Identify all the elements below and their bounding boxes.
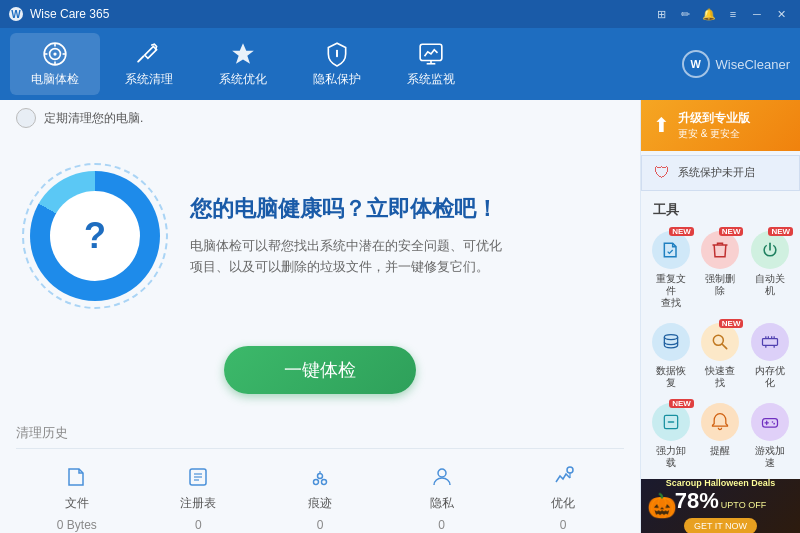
svg-point-41 [773,423,775,425]
new-badge-recover: NEW [669,227,694,236]
clean-icon [136,41,162,67]
optimize-icon [230,41,256,67]
monitor-btn[interactable]: ⊞ [650,4,672,24]
ad-content: Scaroup Halloween Deals 78% UPTO OFF GET… [666,479,776,533]
tool-icon-wrap-recovery [652,323,690,361]
history-label-registry: 注册表 [180,495,216,512]
delete-icon [701,231,739,269]
question-mark: ? [84,215,106,257]
reminder-icon [701,403,739,441]
history-items: 文件 0 Bytes 注册表 0 [16,457,624,533]
history-item-registry: 注册表 0 [138,457,260,533]
protection-text: 系统保护未开启 [678,165,755,180]
registry-icon [186,465,210,489]
schedule-label: 定期清理您的电脑. [44,110,143,127]
tool-label-recovery: 数据恢复 [651,365,691,389]
svg-point-19 [317,474,322,479]
nav-label-clean: 系统清理 [125,71,173,88]
svg-point-4 [53,52,56,55]
history-label-privacy: 隐私 [430,495,454,512]
shutdown-icon [751,231,789,269]
history-item-optimize: 优化 0 [502,457,624,533]
history-item-privacy: 隐私 0 [381,457,503,533]
tool-force-delete[interactable]: NEW 强制删除 [699,227,743,313]
ad-banner[interactable]: 🎃 Scaroup Halloween Deals 78% UPTO OFF G… [641,479,800,533]
svg-point-26 [714,335,724,345]
history-value-registry: 0 [195,518,202,532]
check-icon [42,41,68,67]
svg-point-18 [313,480,318,485]
tool-game-boost[interactable]: 游戏加速 [748,399,792,473]
history-item-traces: 痕迹 0 [259,457,381,533]
history-label-files: 文件 [65,495,89,512]
svg-point-10 [336,49,338,51]
tool-memory-opt[interactable]: 内存优化 [748,319,792,393]
new-badge-search: NEW [719,319,744,328]
svg-rect-11 [420,44,442,60]
ad-off-label: UPTO OFF [721,500,766,510]
scan-button[interactable]: 一键体检 [224,346,416,394]
tools-grid: NEW 重复文件查找 NEW 强制删除 [649,227,792,473]
brand-icon: W [682,50,710,78]
uninstall-icon [652,403,690,441]
tool-icon-wrap-reminder [701,403,739,441]
history-item-files: 文件 0 Bytes [16,457,138,533]
tool-icon-wrap-game [751,403,789,441]
tool-label-game: 游戏加速 [750,445,790,469]
nav-label-check: 电脑体检 [31,71,79,88]
edit-btn[interactable]: ✏ [674,4,696,24]
tool-icon-wrap-delete: NEW [701,231,739,269]
svg-rect-28 [763,338,778,345]
nav-item-clean[interactable]: 系统清理 [104,33,194,95]
hero-description: 电脑体检可以帮您找出系统中潜在的安全问题、可优化项目、以及可以删除的垃圾文件，并… [190,236,510,278]
history-section: 清理历史 文件 0 Bytes [0,414,640,533]
nav-item-monitor[interactable]: 系统监视 [386,33,476,95]
search-icon [701,323,739,361]
monitor-icon [418,41,444,67]
nav-label-monitor: 系统监视 [407,71,455,88]
tool-recover-file[interactable]: NEW 重复文件查找 [649,227,693,313]
protection-banner[interactable]: 🛡 系统保护未开启 [641,155,800,191]
main-layout: 定期清理您的电脑. ? 您的电脑健康吗？立即体检吧！ 电脑体检可以帮您找出系统中… [0,100,800,533]
brand-name: WiseCleaner [716,57,790,72]
schedule-checkbox[interactable] [16,108,36,128]
minimize-btn[interactable]: ─ [746,4,768,24]
tool-icon-wrap-uninstall: NEW [652,403,690,441]
tool-auto-shutdown[interactable]: NEW 自动关机 [748,227,792,313]
history-value-files: 0 Bytes [57,518,97,532]
tools-header: 工具 [649,201,792,219]
tool-force-uninstall[interactable]: NEW 强力卸载 [649,399,693,473]
tool-quick-search[interactable]: NEW 快速查找 [699,319,743,393]
hero-title: 您的电脑健康吗？立即体检吧！ [190,194,510,224]
tool-label-uninstall: 强力卸载 [651,445,691,469]
close-btn[interactable]: ✕ [770,4,792,24]
upgrade-banner[interactable]: ⬆ 升级到专业版 更安 & 更安全 [641,100,800,151]
tool-label-shutdown: 自动关机 [750,273,790,297]
history-value-privacy: 0 [438,518,445,532]
left-content: 定期清理您的电脑. ? 您的电脑健康吗？立即体检吧！ 电脑体检可以帮您找出系统中… [0,100,640,533]
bell-btn[interactable]: 🔔 [698,4,720,24]
upgrade-line1: 升级到专业版 [678,110,750,127]
traces-icon [308,465,332,489]
new-badge-shutdown: NEW [768,227,793,236]
tool-label-recover: 重复文件查找 [651,273,691,309]
tool-data-recovery[interactable]: 数据恢复 [649,319,693,393]
ad-title: Scaroup Halloween Deals [666,479,776,488]
svg-line-27 [723,344,727,348]
app-icon: W [8,6,24,22]
nav-item-optimize[interactable]: 系统优化 [198,33,288,95]
history-label-traces: 痕迹 [308,495,332,512]
svg-text:W: W [11,9,21,20]
nav-item-check[interactable]: 电脑体检 [10,33,100,95]
ad-button[interactable]: GET IT NOW [684,518,757,533]
tool-reminder[interactable]: 提醒 [699,399,743,473]
tool-icon-wrap-search: NEW [701,323,739,361]
game-icon [751,403,789,441]
privacy-icon [324,41,350,67]
svg-point-22 [438,469,446,477]
menu-btn[interactable]: ≡ [722,4,744,24]
ad-discount: 78% [675,488,719,514]
app-title: Wise Care 365 [30,7,650,21]
nav-item-privacy[interactable]: 隐私保护 [292,33,382,95]
svg-point-40 [772,421,774,423]
